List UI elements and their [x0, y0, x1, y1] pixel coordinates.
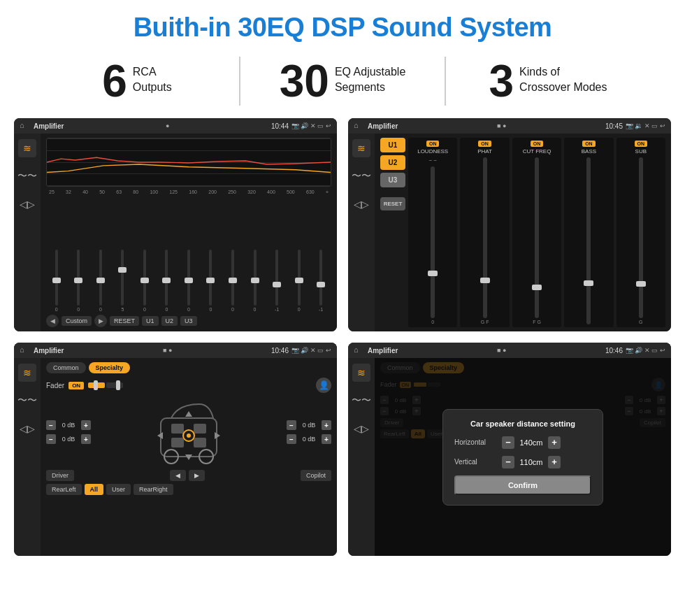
btn-user-fader[interactable]: User [106, 484, 131, 495]
sidebar-eq-icon-3[interactable]: ≋ [18, 364, 36, 382]
ch-slider-bass[interactable] [586, 157, 591, 324]
home-icon-1[interactable]: ⌂ [20, 121, 29, 131]
dialog-ctrl-horizontal: − 140cm + [502, 436, 561, 449]
sidebar-eq-icon[interactable]: ≋ [18, 139, 36, 157]
speaker-rl-minus[interactable]: − [46, 434, 56, 444]
sidebar-vol-icon[interactable]: ◁▷ [18, 195, 36, 213]
ch-slider-cutfreq[interactable] [535, 157, 539, 318]
eq-prev-btn[interactable]: ◀ [46, 315, 59, 327]
stat-number-rca: 6 [102, 59, 127, 103]
eq-red-curve [47, 138, 331, 186]
eq-freq-labels: 25 32 40 50 63 80 100 125 160 200 250 32… [46, 189, 331, 194]
sidebar-vol-icon-3[interactable]: ◁▷ [18, 420, 36, 438]
ch-on-bass[interactable]: ON [582, 141, 596, 147]
svg-point-8 [187, 434, 191, 438]
home-icon-3[interactable]: ⌂ [20, 345, 29, 355]
ch-sub: ON SUB G [616, 138, 665, 327]
preset-u2[interactable]: U2 [380, 155, 405, 170]
ch-on-sub[interactable]: ON [635, 141, 648, 147]
btn-left-arrow[interactable]: ◀ [170, 470, 186, 481]
eq-slider-5[interactable]: 0 [157, 250, 178, 312]
speaker-right-section: − 0 dB + − 0 dB + [287, 420, 331, 444]
car-svg [147, 397, 231, 467]
home-icon-2[interactable]: ⌂ [354, 121, 363, 131]
eq-u1-btn[interactable]: U1 [142, 316, 159, 326]
topbar-icons-2: 10:45 📷 🔉 ✕ ▭ ↩ [605, 122, 665, 130]
eq-slider-8[interactable]: 0 [222, 250, 243, 312]
speaker-rr-plus[interactable]: + [322, 434, 331, 444]
sidebar-wave-icon-4[interactable]: 〜〜 [352, 392, 370, 410]
sidebar-vol-icon-2[interactable]: ◁▷ [352, 195, 370, 213]
ch-label-phat: PHAT [477, 148, 492, 155]
dialog-plus-horizontal[interactable]: + [548, 436, 561, 449]
eq-slider-6[interactable]: 0 [178, 250, 199, 312]
dialog-confirm-button[interactable]: Confirm [454, 475, 591, 495]
sidebar-2: ≋ 〜〜 ◁▷ [348, 134, 375, 331]
fader-on-badge[interactable]: ON [68, 382, 84, 389]
sidebar-eq-icon-4[interactable]: ≋ [352, 364, 370, 382]
speaker-fr-minus[interactable]: − [287, 420, 296, 430]
topbar-time-2: 10:45 [605, 122, 623, 130]
speaker-rl-plus[interactable]: + [81, 434, 91, 444]
eq-next-btn[interactable]: ▶ [94, 315, 107, 327]
eq-slider-10[interactable]: -1 [266, 250, 287, 312]
fader-tab-common[interactable]: Common [46, 362, 86, 373]
btn-all[interactable]: All [85, 484, 104, 495]
speaker-fr-ctrl: − 0 dB + [287, 420, 331, 430]
eq-slider-7[interactable]: 0 [201, 250, 222, 312]
ch-on-loudness[interactable]: ON [426, 141, 440, 147]
speaker-fr-db: 0 dB [298, 422, 319, 429]
btn-driver[interactable]: Driver [46, 470, 74, 481]
eq-slider-11[interactable]: 0 [289, 250, 310, 312]
ch-slider-loudness[interactable] [431, 166, 435, 318]
eq-u3-btn[interactable]: U3 [180, 316, 197, 326]
btn-rearright[interactable]: RearRight [134, 484, 173, 495]
preset-u1[interactable]: U1 [380, 138, 405, 152]
eq-reset-btn[interactable]: RESET [110, 316, 139, 326]
speaker-row-rr: − 0 dB + [287, 434, 331, 444]
eq-graph [46, 138, 331, 187]
ch-slider-sub[interactable] [639, 157, 643, 318]
sidebar-vol-icon-4[interactable]: ◁▷ [352, 420, 370, 438]
speaker-rr-minus[interactable]: − [287, 434, 296, 444]
sidebar-wave-icon[interactable]: 〜〜 [18, 167, 36, 185]
speaker-fl-plus[interactable]: + [81, 420, 91, 430]
eq-slider-1[interactable]: 0 [68, 250, 89, 312]
dialog-minus-horizontal[interactable]: − [502, 436, 514, 449]
sidebar-wave-icon-3[interactable]: 〜〜 [18, 392, 36, 410]
eq-slider-12[interactable]: -1 [310, 250, 331, 312]
eq-slider-0[interactable]: 0 [46, 250, 67, 312]
sidebar-eq-icon-2[interactable]: ≋ [352, 139, 370, 157]
topbar-dots-2: ■ ● [497, 122, 506, 129]
screens-grid: ⌂ Amplifier ● 10:44 📷 🔊 ✕ ▭ ↩ ≋ 〜〜 ◁▷ [0, 115, 685, 563]
eq-slider-4[interactable]: 0 [134, 250, 155, 312]
sidebar-wave-icon-2[interactable]: 〜〜 [352, 167, 370, 185]
amp2-reset-btn[interactable]: RESET [380, 197, 405, 210]
eq-slider-2[interactable]: 0 [90, 250, 111, 312]
fader-bottom-btns: Driver ◀ ▶ Copilot [46, 470, 331, 481]
eq-custom-btn[interactable]: Custom [62, 316, 92, 326]
ch-slider-phat[interactable] [483, 157, 487, 318]
screen-eq: ⌂ Amplifier ● 10:44 📷 🔊 ✕ ▭ ↩ ≋ 〜〜 ◁▷ [14, 118, 337, 331]
fader-person-icon[interactable]: 👤 [316, 378, 331, 393]
dialog-plus-vertical[interactable]: + [548, 456, 561, 468]
btn-rearleft[interactable]: RearLeft [46, 484, 82, 495]
dialog-minus-vertical[interactable]: − [502, 456, 514, 468]
fader-tab-specialty[interactable]: Specialty [89, 362, 131, 373]
speaker-fl-minus[interactable]: − [46, 420, 56, 430]
eq-slider-9[interactable]: 0 [245, 250, 266, 312]
ch-on-cutfreq[interactable]: ON [531, 141, 544, 147]
eq-slider-3[interactable]: 5 [113, 250, 134, 312]
screen-amp2: ⌂ Amplifier ■ ● 10:45 📷 🔉 ✕ ▭ ↩ ≋ 〜〜 ◁▷ … [348, 118, 671, 331]
ch-on-phat[interactable]: ON [478, 141, 491, 147]
eq-u2-btn[interactable]: U2 [161, 316, 178, 326]
speaker-fr-plus[interactable]: + [322, 420, 331, 430]
preset-u3[interactable]: U3 [380, 173, 405, 187]
eq-bottom-bar: ◀ Custom ▶ RESET U1 U2 U3 [46, 315, 331, 327]
btn-right-arrow[interactable]: ▶ [189, 470, 205, 481]
fader-label: Fader [46, 382, 64, 389]
btn-copilot[interactable]: Copilot [301, 470, 331, 481]
home-icon-4[interactable]: ⌂ [354, 345, 363, 355]
screen2-body: ≋ 〜〜 ◁▷ U1 U2 U3 RESET ON LOUDNESS ~~ [348, 134, 671, 331]
ch-label-sub: SUB [635, 148, 647, 155]
